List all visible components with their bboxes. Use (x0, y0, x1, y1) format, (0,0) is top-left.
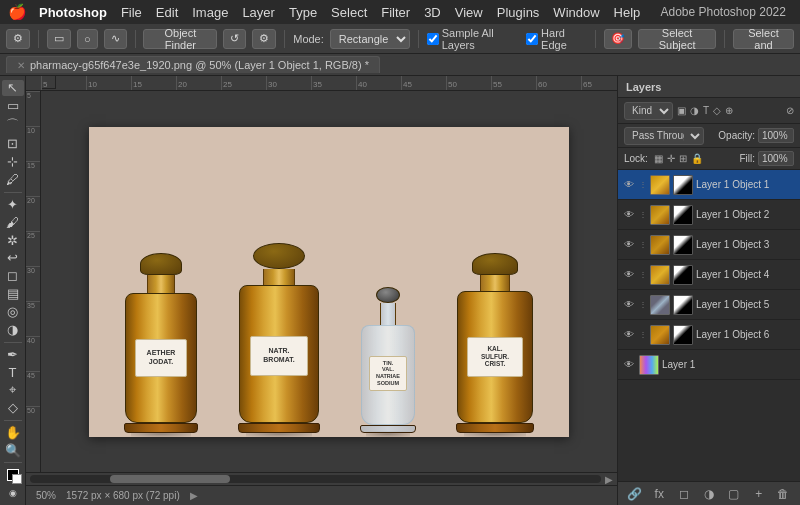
crop-tool[interactable]: ⊹ (2, 154, 24, 170)
layer-group-icon[interactable]: ▢ (724, 487, 744, 501)
menu-plugins[interactable]: Plugins (497, 5, 540, 20)
move-tool[interactable]: ↖ (2, 80, 24, 96)
active-tab[interactable]: ✕ pharmacy-g65f647e3e_1920.png @ 50% (La… (6, 56, 380, 73)
menu-view[interactable]: View (455, 5, 483, 20)
history-brush-tool[interactable]: ↩ (2, 250, 24, 266)
layer-new-icon[interactable]: + (749, 487, 769, 501)
type-filter-icon[interactable]: T (703, 105, 709, 116)
separator2 (135, 30, 136, 48)
bottle-outer: AETHERJODAT. (124, 253, 198, 433)
layer-row[interactable]: 👁 ⋮ Layer 1 Object 6 (618, 320, 800, 350)
menu-filter[interactable]: Filter (381, 5, 410, 20)
sample-all-layers-check[interactable]: Sample All Layers (427, 27, 520, 51)
visibility-icon[interactable]: 👁 (622, 269, 636, 280)
layer-delete-icon[interactable]: 🗑 (773, 487, 793, 501)
fill-input[interactable] (758, 151, 794, 166)
layer-adjustment-icon[interactable]: ◑ (699, 487, 719, 501)
layer-fx-icon[interactable]: fx (649, 487, 669, 501)
layer-mask-add-icon[interactable]: ◻ (674, 487, 694, 501)
mode-select[interactable]: Rectangle (330, 29, 410, 49)
lock-artboard-icon[interactable]: ⊞ (679, 153, 687, 164)
chain-icon: ⋮ (639, 330, 647, 339)
tab-close-icon[interactable]: ✕ (17, 60, 25, 71)
hand-tool[interactable]: ✋ (2, 425, 24, 441)
lock-pixels-icon[interactable]: ▦ (654, 153, 663, 164)
pen-tool[interactable]: ✒ (2, 346, 24, 362)
ruler-mark: 30 (266, 76, 311, 90)
menu-layer[interactable]: Layer (242, 5, 275, 20)
scroll-arrow[interactable]: ▶ (605, 474, 613, 485)
layer-mask-thumbnail (673, 205, 693, 225)
kind-select[interactable]: Kind (624, 102, 673, 120)
scroll-thumb[interactable] (110, 475, 230, 483)
visibility-icon[interactable]: 👁 (622, 239, 636, 250)
quick-mask-icon[interactable]: ◉ (2, 485, 24, 501)
menu-help[interactable]: Help (614, 5, 641, 20)
opacity-input[interactable] (758, 128, 794, 143)
menu-select[interactable]: Select (331, 5, 367, 20)
select-and-btn[interactable]: Select and (733, 29, 794, 49)
horizontal-scrollbar[interactable]: ▶ (26, 472, 617, 485)
layer-row[interactable]: 👁 ⋮ Layer 1 Object 2 (618, 200, 800, 230)
ellipse-icon[interactable]: ○ (77, 29, 98, 49)
menu-type[interactable]: Type (289, 5, 317, 20)
hard-edge-check[interactable]: Hard Edge (526, 27, 587, 51)
menu-3d[interactable]: 3D (424, 5, 441, 20)
pixel-filter-icon[interactable]: ▣ (677, 105, 686, 116)
layers-search-bar: Kind ▣ ◑ T ◇ ⊕ ⊘ (618, 98, 800, 124)
clone-tool[interactable]: ✲ (2, 232, 24, 248)
lock-position-icon[interactable]: ✛ (667, 153, 675, 164)
blend-mode-select[interactable]: Pass Through (624, 127, 704, 145)
eyedropper-tool[interactable]: 🖊 (2, 172, 24, 188)
layer-row[interactable]: 👁 ⋮ Layer 1 Object 3 (618, 230, 800, 260)
foreground-color[interactable] (2, 467, 24, 483)
text-tool[interactable]: T (2, 364, 24, 380)
layer-row[interactable]: 👁 ⋮ Layer 1 Object 1 (618, 170, 800, 200)
nav-arrow[interactable]: ▶ (190, 490, 198, 501)
menu-file[interactable]: File (121, 5, 142, 20)
visibility-icon[interactable]: 👁 (622, 359, 636, 370)
rectangle-icon[interactable]: ▭ (47, 29, 71, 49)
settings-icon[interactable]: ⚙ (252, 29, 276, 49)
healing-tool[interactable]: ✦ (2, 196, 24, 212)
apple-menu[interactable]: 🍎 (8, 3, 27, 21)
subject-picker-icon[interactable]: 🎯 (604, 29, 632, 49)
select-subject-btn[interactable]: Select Subject (638, 29, 716, 49)
visibility-icon[interactable]: 👁 (622, 209, 636, 220)
menu-window[interactable]: Window (553, 5, 599, 20)
dodge-tool[interactable]: ◑ (2, 322, 24, 338)
path-selection-tool[interactable]: ⌖ (2, 382, 24, 398)
ruler-v-mark: 5 (26, 91, 40, 126)
marquee-tool[interactable]: ▭ (2, 98, 24, 114)
menu-image[interactable]: Image (192, 5, 228, 20)
lasso-icon[interactable]: ∿ (104, 29, 127, 49)
filter-toggle-icon[interactable]: ⊘ (786, 105, 794, 116)
shape-filter-icon[interactable]: ◇ (713, 105, 721, 116)
object-finder-btn[interactable]: Object Finder (143, 29, 217, 49)
tool-options-icon[interactable]: ⚙ (6, 29, 30, 49)
gradient-tool[interactable]: ▤ (2, 286, 24, 302)
blur-tool[interactable]: ◎ (2, 304, 24, 320)
visibility-icon[interactable]: 👁 (622, 329, 636, 340)
layer-row[interactable]: 👁 ⋮ Layer 1 Object 4 (618, 260, 800, 290)
eraser-tool[interactable]: ◻ (2, 268, 24, 284)
smart-filter-icon[interactable]: ⊕ (725, 105, 733, 116)
brush-tool[interactable]: 🖌 (2, 214, 24, 230)
shape-tool[interactable]: ◇ (2, 400, 24, 416)
refresh-icon[interactable]: ↺ (223, 29, 246, 49)
object-selection-tool[interactable]: ⊡ (2, 136, 24, 152)
menu-edit[interactable]: Edit (156, 5, 178, 20)
lasso-tool[interactable]: ⌒ (2, 116, 24, 134)
visibility-icon[interactable]: 👁 (622, 179, 636, 190)
layer-link-icon[interactable]: 🔗 (624, 487, 644, 501)
scroll-track[interactable] (30, 475, 601, 483)
adjustment-filter-icon[interactable]: ◑ (690, 105, 699, 116)
zoom-tool[interactable]: 🔍 (2, 443, 24, 459)
layer-row[interactable]: 👁 ⋮ Layer 1 Object 5 (618, 290, 800, 320)
layer-row[interactable]: 👁 Layer 1 (618, 350, 800, 380)
layer-name: Layer 1 Object 3 (696, 239, 796, 250)
lock-all-icon[interactable]: 🔒 (691, 153, 703, 164)
visibility-icon[interactable]: 👁 (622, 299, 636, 310)
bottle-outer: NATR.BROMAT. (238, 243, 320, 433)
bottle-neck (380, 303, 396, 325)
